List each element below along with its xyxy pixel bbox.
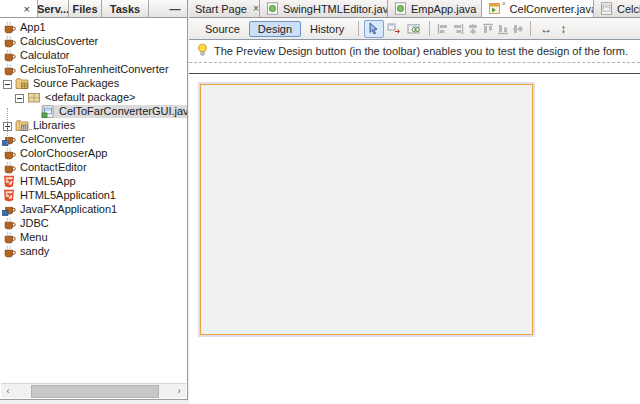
editor-tab-swinghtmleditor[interactable]: SwingHTMLEditor.java × <box>260 0 388 17</box>
source-packages-folder-icon <box>15 77 29 90</box>
java-project-icon <box>2 35 16 48</box>
align-bottom-row-button[interactable] <box>495 21 510 37</box>
tree-item-label: CalciusCoverter <box>16 35 98 47</box>
tab-tasks[interactable]: Tasks <box>102 0 149 17</box>
tree-row[interactable]: ContactEditor <box>0 160 187 174</box>
editor-tab-label: Start Page <box>195 3 247 15</box>
tab-files[interactable]: Files <box>69 0 102 17</box>
java-form-icon <box>488 2 501 15</box>
align-top-row-button[interactable] <box>480 21 495 37</box>
lightbulb-icon <box>197 43 208 59</box>
tree-item-label: App1 <box>16 21 46 33</box>
projects-panel: × Serv... Files Tasks — App1 <box>0 0 188 400</box>
tree-connector <box>20 129 38 130</box>
java-project-icon <box>2 217 16 230</box>
hint-text: The Preview Design button (in the toolba… <box>214 45 628 57</box>
vertical-resizability-button[interactable]: ↕ <box>556 22 570 36</box>
java-form-file-icon <box>41 105 55 118</box>
tabbar-spacer <box>149 0 163 17</box>
tree-row[interactable]: ColorChooserApp <box>0 146 187 160</box>
align-left-column-button[interactable] <box>435 21 450 37</box>
horizontal-scrollbar[interactable]: ‹ › <box>1 383 186 398</box>
selection-mode-button[interactable] <box>364 20 384 38</box>
tree-row[interactable]: App1 <box>0 20 187 34</box>
close-icon[interactable]: × <box>251 3 259 14</box>
java-class-icon <box>266 2 279 15</box>
tree-row[interactable]: Menu <box>0 230 187 244</box>
javafx-project-icon <box>2 133 16 146</box>
history-view-button[interactable]: History <box>301 21 353 37</box>
toolbar-separator <box>530 21 531 36</box>
scroll-left-icon[interactable]: ‹ <box>1 386 15 396</box>
toolbar-separator <box>429 21 430 36</box>
editor-tab-celconverter[interactable]: ° CelConverter.java × <box>482 0 594 17</box>
editor-tab-label: SwingHTMLEditor.java <box>283 3 388 15</box>
java-project-icon <box>2 245 16 258</box>
tree-row[interactable]: JavaFXApplication1 <box>0 202 187 216</box>
java-project-icon <box>2 49 16 62</box>
editor-tabbar: Start Page × SwingHTMLEditor.java × EmpA… <box>189 0 640 18</box>
center-vertically-button[interactable] <box>510 21 525 37</box>
tab-services[interactable]: Serv... <box>38 0 69 17</box>
tree-row[interactable]: Source Packages <box>0 76 187 90</box>
source-view-button[interactable]: Source <box>196 21 249 37</box>
projects-tree: App1 CalciusCoverter Calculator CelciusT… <box>0 18 187 384</box>
design-canvas[interactable] <box>189 73 640 404</box>
java-project-icon <box>2 231 16 244</box>
tree-row[interactable]: CelciusToFahrenheitConverter <box>0 62 187 76</box>
editor-tab-start-page[interactable]: Start Page × <box>189 0 260 17</box>
tree-item-label: CelConverter <box>16 133 85 145</box>
align-right-column-button[interactable] <box>450 21 465 37</box>
collapse-handle-icon[interactable] <box>3 79 12 88</box>
tree-item-label: JavaFXApplication1 <box>16 203 117 215</box>
toolbar-separator <box>358 21 359 36</box>
package-icon <box>27 91 41 104</box>
center-horizontally-button[interactable] <box>465 21 480 37</box>
projects-panel-tabbar: × Serv... Files Tasks — <box>0 0 187 18</box>
form-badge-icon: ° <box>502 1 506 11</box>
form-editor-toolbar: Source Design History ↔ ↕ <box>189 18 640 40</box>
java-project-icon <box>2 63 16 76</box>
tree-item-label: JDBC <box>16 217 49 229</box>
editor-tab-label: CelConverter.java <box>510 3 594 15</box>
html5-project-icon <box>2 189 16 202</box>
editor-tab-truncated[interactable]: Celci <box>594 0 640 17</box>
tab-services-label: Serv... <box>38 3 69 15</box>
tree-selection-highlight: CelToFarConverterGUI.java <box>41 105 187 118</box>
tab-projects[interactable]: × <box>0 0 38 17</box>
netbeans-window: × Serv... Files Tasks — App1 <box>0 0 640 404</box>
tree-item-label: CelToFarConverterGUI.java <box>55 105 187 117</box>
connection-mode-button[interactable] <box>384 20 404 38</box>
preview-design-button[interactable] <box>404 20 424 38</box>
tree-connector <box>7 108 8 144</box>
java-class-icon <box>394 2 407 15</box>
design-view-button[interactable]: Design <box>249 21 301 37</box>
tree-row-selected[interactable]: CelToFarConverterGUI.java <box>0 104 187 118</box>
tree-item-label: ContactEditor <box>16 161 87 173</box>
minimize-panel-button[interactable]: — <box>163 0 187 17</box>
html5-project-icon <box>2 175 16 188</box>
tree-row[interactable]: CalciusCoverter <box>0 34 187 48</box>
javafx-project-icon <box>2 203 16 216</box>
editor-tab-empapp[interactable]: EmpApp.java × <box>388 0 482 17</box>
close-icon[interactable]: × <box>20 3 34 15</box>
tree-row[interactable]: <default package> <box>0 90 187 104</box>
scroll-right-icon[interactable]: › <box>172 386 186 396</box>
tree-item-label: HTML5App <box>16 175 76 187</box>
tree-item-label: sandy <box>16 245 49 257</box>
tree-row[interactable]: JDBC <box>0 216 187 230</box>
tree-row[interactable]: Calculator <box>0 48 187 62</box>
jframe-form[interactable] <box>200 84 533 335</box>
horizontal-resizability-button[interactable]: ↔ <box>536 22 556 36</box>
scrollbar-track[interactable] <box>15 385 172 398</box>
collapse-handle-icon[interactable] <box>15 93 24 102</box>
tree-item-label: Menu <box>16 231 48 243</box>
scrollbar-thumb[interactable] <box>31 385 159 398</box>
tree-item-label: Source Packages <box>29 77 119 89</box>
tree-row[interactable]: HTML5Application1 <box>0 188 187 202</box>
tree-row[interactable]: sandy <box>0 244 187 258</box>
tree-row[interactable]: CelConverter <box>0 132 187 146</box>
java-project-icon <box>2 21 16 34</box>
tree-item-label: <default package> <box>41 91 136 103</box>
tree-row[interactable]: HTML5App <box>0 174 187 188</box>
